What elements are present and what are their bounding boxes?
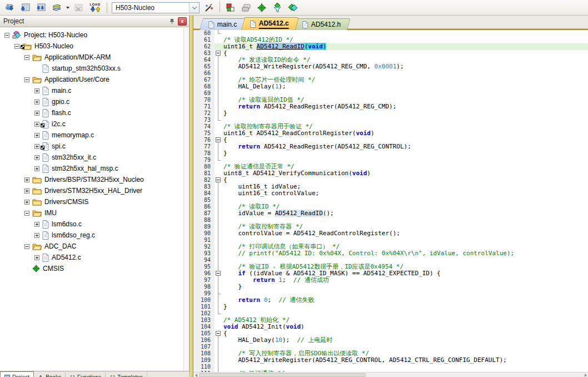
fold-collapse-icon[interactable] xyxy=(215,177,222,183)
scroll-right-arrow-icon[interactable] xyxy=(583,373,588,377)
expand-icon[interactable] xyxy=(34,122,39,127)
collapse-icon[interactable] xyxy=(4,33,9,38)
tree-item-ad5412-c[interactable]: AD5412.c xyxy=(0,252,183,263)
tree-item-i2c-c[interactable]: i2c.c xyxy=(0,118,183,130)
code-line-106[interactable]: 106 HAL_Delay(10); // 上电延时 xyxy=(193,337,588,344)
project-tree-scrollbar[interactable] xyxy=(183,28,189,371)
code-line-75[interactable]: 75uint16_t AD5412_ReadControlRegister(vo… xyxy=(193,130,588,137)
fold-margin xyxy=(215,70,222,77)
expand-icon[interactable] xyxy=(34,222,39,227)
code-line-101[interactable]: 101} xyxy=(193,304,588,310)
close-panel-button[interactable]: x xyxy=(178,17,187,26)
tree-item-drivers-cmsis[interactable]: Drivers/CMSIS xyxy=(0,196,183,207)
expand-icon[interactable] xyxy=(34,166,39,171)
tree-item-stm32h5xx-it-c[interactable]: stm32h5xx_it.c xyxy=(0,152,183,163)
code-line-71[interactable]: 71 return AD5412_ReadRegister(AD5412_REG… xyxy=(193,103,588,110)
expand-icon[interactable] xyxy=(34,100,39,105)
expand-icon[interactable] xyxy=(34,133,39,138)
tree-item-h503-nucleo[interactable]: H503-Nucleo xyxy=(0,41,183,52)
run-time-environment-button[interactable] xyxy=(255,1,269,14)
tree-item-adc-dac[interactable]: ADC_DAC xyxy=(0,241,183,252)
code-line-104[interactable]: 104void AD5412_Init(void) xyxy=(193,324,588,330)
expand-icon[interactable] xyxy=(24,177,29,182)
collapse-icon[interactable] xyxy=(24,244,29,249)
tree-item-main-c[interactable]: main.c xyxy=(0,85,183,96)
editor-tab-ad5412-c[interactable]: AD5412.c xyxy=(241,17,300,30)
tree-item-project-h503-nucleo[interactable]: Project: H503-Nucleo xyxy=(0,29,183,41)
expand-icon[interactable] xyxy=(24,188,29,194)
code-line-84[interactable]: 84 uint16_t controlValue; xyxy=(193,190,588,197)
sidebar-tab-project[interactable]: Project xyxy=(0,371,34,377)
expand-icon[interactable] xyxy=(34,111,39,116)
code-line-93[interactable]: 93 // printf("AD5412 ID: 0x%04X, Control… xyxy=(193,250,588,257)
sidebar-tab-books[interactable]: Books xyxy=(34,372,66,377)
code-line-62[interactable]: 62uint16_t AD5412_ReadID(void) xyxy=(193,43,588,50)
sidebar-tab-templates[interactable]: {}Templates xyxy=(106,372,147,377)
tree-item-drivers-bsp-stm32h5xx-nucleo[interactable]: Drivers/BSP/STM32H5xx_Nucleo xyxy=(0,174,183,185)
build-button[interactable] xyxy=(18,1,33,14)
pin-icon[interactable] xyxy=(167,17,176,26)
tree-item-startup-stm32h503xx-s[interactable]: startup_stm32h503xx.s xyxy=(0,63,183,74)
tree-item-application-mdk-arm[interactable]: Application/MDK-ARM xyxy=(0,52,183,63)
collapse-icon[interactable] xyxy=(24,211,29,216)
rebuild-all-button[interactable] xyxy=(34,1,48,14)
collapse-icon[interactable] xyxy=(14,44,19,49)
code-line-90[interactable]: 90 controlValue = AD5412_ReadControlRegi… xyxy=(193,230,588,237)
scrollbar-thumb[interactable] xyxy=(199,373,366,377)
code-editor[interactable]: 6061/* 读取AD5412的ID */62uint16_t AD5412_R… xyxy=(193,30,588,372)
options-for-target-button[interactable] xyxy=(202,1,216,14)
tree-item-gpio-c[interactable]: gpio.c xyxy=(0,96,183,107)
collapse-icon[interactable] xyxy=(24,77,29,82)
expand-icon[interactable] xyxy=(34,144,39,149)
fold-collapse-icon[interactable] xyxy=(215,50,222,57)
target-select-dropdown-icon[interactable] xyxy=(189,3,199,13)
tree-item-lsm6dso-c[interactable]: lsm6dso.c xyxy=(0,219,183,230)
sidebar-tab-functions[interactable]: {}Functions xyxy=(66,372,106,377)
expand-icon[interactable] xyxy=(34,255,39,260)
expand-icon[interactable] xyxy=(34,233,39,238)
code-line-68[interactable]: 68 HAL_Delay(1); xyxy=(193,83,588,90)
pack-installer-button[interactable] xyxy=(286,1,300,14)
fold-collapse-icon[interactable] xyxy=(215,330,222,337)
collapse-icon[interactable] xyxy=(24,55,29,60)
tree-item-drivers-stm32h5xx-hal-driver[interactable]: Drivers/STM32H5xx_HAL_Driver xyxy=(0,185,183,196)
code-line-87[interactable]: 87 idValue = AD5412_ReadID(); xyxy=(193,210,588,217)
tree-item-flash-c[interactable]: flash.c xyxy=(0,107,183,118)
translate-file-button[interactable] xyxy=(3,1,17,14)
panel-splitter[interactable] xyxy=(190,16,193,377)
fold-collapse-icon[interactable] xyxy=(215,137,222,143)
scroll-left-arrow-icon[interactable] xyxy=(193,373,198,377)
code-line-78[interactable]: 78} xyxy=(193,150,588,157)
project-panel: Project x Project: H503-NucleoH503-Nucle… xyxy=(0,16,190,377)
manage-project-items-button[interactable] xyxy=(223,1,238,14)
fold-collapse-icon[interactable] xyxy=(215,270,222,277)
tree-item-cmsis[interactable]: CMSIS xyxy=(0,263,183,274)
code-line-109[interactable]: 109 AD5412_WriteRegister(AD5412_REG_CONT… xyxy=(193,357,588,364)
expand-icon[interactable] xyxy=(34,155,39,160)
batch-build-dropdown-icon[interactable] xyxy=(64,1,71,14)
editor-horizontal-scrollbar[interactable] xyxy=(193,372,588,377)
tree-item-spi-c[interactable]: spi.c xyxy=(0,141,183,152)
editor-tab-ad5412-h[interactable]: AD5412.h xyxy=(293,18,351,30)
expand-icon[interactable] xyxy=(34,88,39,93)
code-line-77[interactable]: 77 return AD5412_ReadRegister(AD5412_REG… xyxy=(193,143,588,150)
tree-item-label: gpio.c xyxy=(52,98,69,106)
code-line-98[interactable]: 98 } xyxy=(193,284,588,290)
windows-layout-button[interactable] xyxy=(239,1,253,14)
select-software-packs-button[interactable] xyxy=(270,1,285,14)
tree-item-stm32h5xx-hal-msp-c[interactable]: stm32h5xx_hal_msp.c xyxy=(0,163,183,174)
tree-item-imu[interactable]: IMU xyxy=(0,207,183,219)
expand-icon[interactable] xyxy=(24,200,29,205)
code-line-100[interactable]: 100 return 0; // 通信失败 xyxy=(193,297,588,304)
tree-item-memorymap-c[interactable]: memorymap.c xyxy=(0,130,183,141)
code-line-81[interactable]: 81uint8_t AD5412_VerifyCommunication(voi… xyxy=(193,170,588,177)
code-line-72[interactable]: 72} xyxy=(193,110,588,117)
target-select[interactable]: H503-Nucleo xyxy=(112,2,200,13)
batch-build-button[interactable] xyxy=(49,1,64,14)
tree-item-application-user-core[interactable]: Application/User/Core xyxy=(0,74,183,85)
download-to-flash-button[interactable]: LOAD xyxy=(87,1,103,14)
editor-tab-main-c[interactable]: main.c xyxy=(200,18,247,30)
tree-item-lsm6dso-reg-c[interactable]: lsm6dso_reg.c xyxy=(0,230,183,241)
code-line-65[interactable]: 65 AD5412_WriteRegister(AD5412_REG_CMD, … xyxy=(193,63,588,70)
code-line-97[interactable]: 97 return 1; // 通信成功 xyxy=(193,277,588,284)
